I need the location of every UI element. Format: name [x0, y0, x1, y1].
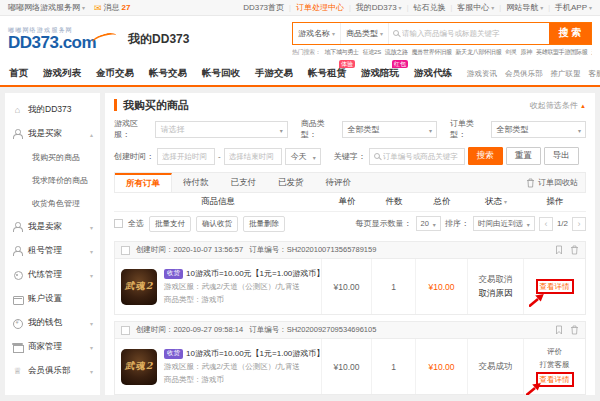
nav-coin-trade[interactable]: 金币交易	[96, 67, 134, 80]
main-nav: 首页 游戏列表 金币交易 帐号交易 帐号回收 手游交易 帐号租赁体验 游戏陪玩红…	[0, 62, 600, 87]
nav-customer-service[interactable]: 客服中心	[589, 69, 600, 79]
sidebar-item-my-dd373[interactable]: ⌂我的DD373	[5, 98, 100, 122]
tab-paid[interactable]: 已支付	[220, 173, 268, 192]
person-icon	[12, 129, 23, 139]
hot-search-item[interactable]: 剑灵	[505, 48, 516, 57]
page-size-select[interactable]: 20	[416, 216, 441, 231]
hot-search-item[interactable]: 天涯明月刀	[591, 48, 592, 57]
topbar-link-service[interactable]: 客服中心▾	[457, 2, 494, 13]
filter-search-button[interactable]: 搜索	[468, 147, 503, 165]
quick-date-select[interactable]: 今天	[285, 148, 321, 165]
site-name-link[interactable]: 嘟嘟网络游戏服务网▾	[8, 2, 85, 13]
sidebar-item-merchant-mgmt[interactable]: 商家管理▾	[5, 335, 100, 359]
sidebar-item-leveling-mgmt[interactable]: 代练管理▾	[5, 263, 100, 287]
batch-pay-button[interactable]: 批量支付	[149, 216, 191, 232]
tab-shipped[interactable]: 已发货	[267, 173, 315, 192]
select-all-checkbox[interactable]	[114, 219, 123, 228]
hot-search-item[interactable]: 征途2S	[363, 48, 381, 57]
nav-game-news[interactable]: 游戏资讯	[467, 69, 497, 79]
topbar-link-diamond[interactable]: 钻石兑换	[413, 2, 445, 13]
next-page-button[interactable]: ›	[572, 217, 586, 231]
sidebar-item-member-club[interactable]: ♕会员俱乐部▾	[5, 359, 100, 383]
hot-search-item[interactable]: 英雄联盟手游国际服	[536, 48, 587, 57]
header-product-info: 商品信息	[114, 196, 322, 208]
chevron-down-icon: ▾	[332, 30, 335, 37]
content: ⌂我的DD373 我是买家▴ 我购买的商品 我求降价的商品 收货角色管理 我是卖…	[0, 87, 600, 401]
collapse-filter-toggle[interactable]: 收起筛选条件 ▲	[530, 100, 586, 111]
sidebar-item-account-settings[interactable]: 账户设置	[5, 287, 100, 311]
nav-promotion[interactable]: 推广联盟	[551, 69, 581, 79]
topbar-link-order-center[interactable]: 订单处理中心	[296, 2, 344, 13]
bookmark-icon[interactable]	[555, 245, 563, 255]
order-created-time: 创建时间：2020-09-27 09:58:14	[136, 325, 243, 335]
header-quantity: 件数	[372, 196, 416, 208]
batch-delete-button[interactable]: 批量删除	[243, 216, 285, 232]
nav-account-rent[interactable]: 帐号租赁体验	[308, 67, 346, 80]
review-link[interactable]: 评价	[547, 346, 562, 357]
hot-search-item[interactable]: 原神	[521, 48, 532, 57]
person-icon	[12, 246, 23, 256]
chevron-down-icon: ▾	[589, 5, 592, 11]
view-detail-link[interactable]: 查看详情	[536, 279, 574, 294]
search-input[interactable]	[402, 29, 545, 38]
tab-pending-payment[interactable]: 待付款	[172, 173, 220, 192]
nav-member-club[interactable]: 会员俱乐部	[505, 69, 543, 79]
tip-service-link[interactable]: 打赏客服	[540, 359, 570, 370]
nav-account-trade[interactable]: 帐号交易	[149, 67, 187, 80]
end-time-input[interactable]	[224, 148, 282, 165]
hot-search-item[interactable]: 新天龙八部怀旧服	[456, 48, 502, 57]
product-title-link[interactable]: 10游戏币=10.00元【1元=1.00游戏币】	[186, 268, 324, 279]
sidebar-item-receive-role-mgmt[interactable]: 收货角色管理	[5, 192, 100, 215]
trash-icon[interactable]	[570, 325, 579, 335]
sidebar-item-wallet[interactable]: 我的钱包▾	[5, 311, 100, 335]
product-title-link[interactable]: 10游戏币=10.00元【1元=1.00游戏币】	[186, 348, 324, 359]
messages-link[interactable]: ✉消息27	[94, 2, 130, 13]
nav-mobile-trade[interactable]: 手游交易	[255, 67, 293, 80]
person-icon	[12, 222, 23, 232]
sidebar-item-rent-mgmt[interactable]: 租号管理▾	[5, 239, 100, 263]
home-icon: ⌂	[12, 105, 23, 115]
start-time-input[interactable]	[157, 148, 215, 165]
view-detail-link[interactable]: 查看详情	[536, 372, 574, 387]
search-game-select[interactable]: 游戏名称▾	[293, 23, 341, 44]
chevron-down-icon: ▾	[90, 320, 93, 327]
sidebar-item-purchased-goods[interactable]: 我购买的商品	[5, 146, 100, 169]
nav-account-recycle[interactable]: 帐号回收	[202, 67, 240, 80]
search-button[interactable]: 搜 索	[549, 23, 591, 44]
topbar-link-my-dd373[interactable]: 我的DD373▾	[356, 2, 402, 13]
tab-all-orders[interactable]: 所有订单	[115, 173, 172, 192]
nav-game-companion[interactable]: 游戏陪玩红包	[361, 67, 399, 80]
cancel-reason-link[interactable]: 取消原因	[479, 288, 513, 300]
sidebar-item-price-cut-requests[interactable]: 我求降价的商品	[5, 169, 100, 192]
topbar-link-home[interactable]: DD373首页	[243, 2, 284, 13]
topbar-link-sitenav[interactable]: 网站导航▾	[506, 2, 543, 13]
game-area-select[interactable]: 请选择	[155, 121, 288, 138]
keyword-input[interactable]	[383, 152, 460, 161]
sort-select[interactable]: 时间由近到远	[473, 216, 535, 231]
confirm-receipt-button[interactable]: 确认收货	[196, 216, 238, 232]
trash-icon[interactable]	[570, 245, 579, 255]
panel-title: 我购买的商品	[114, 99, 189, 111]
prev-page-button[interactable]: ‹	[539, 217, 553, 231]
hot-search-item[interactable]: 流放之路	[385, 48, 408, 57]
nav-power-leveling[interactable]: 游戏代练	[414, 67, 452, 80]
order-checkbox[interactable]	[121, 246, 130, 255]
filter-reset-button[interactable]: 重置	[506, 147, 541, 165]
logo[interactable]: 嘟嘟网络游戏服务网 DD373.com	[8, 27, 96, 51]
nav-game-list[interactable]: 游戏列表	[43, 67, 81, 80]
nav-home[interactable]: 首页	[9, 67, 28, 80]
topbar-link-app[interactable]: 手机APP▾	[555, 2, 592, 13]
hot-search-item[interactable]: 地下城与勇士	[325, 48, 359, 57]
sidebar-item-seller[interactable]: 我是卖家▾	[5, 215, 100, 239]
search-type-select[interactable]: 商品类型▾	[341, 23, 389, 44]
filter-export-button[interactable]: 导出	[544, 147, 579, 165]
hot-search-item[interactable]: 魔兽世界怀旧服	[412, 48, 452, 57]
order-type-select[interactable]: 全部类型	[491, 121, 586, 138]
header-status-sort[interactable]: 状态▾	[468, 196, 524, 208]
tab-pending-review[interactable]: 待评价	[315, 173, 363, 192]
product-type-select[interactable]: 全部类型	[342, 121, 437, 138]
bookmark-icon[interactable]	[555, 325, 563, 335]
order-recycle-bin[interactable]: 订单回收站	[526, 177, 585, 188]
order-checkbox[interactable]	[121, 326, 130, 335]
sidebar-item-buyer[interactable]: 我是买家▴	[5, 122, 100, 146]
